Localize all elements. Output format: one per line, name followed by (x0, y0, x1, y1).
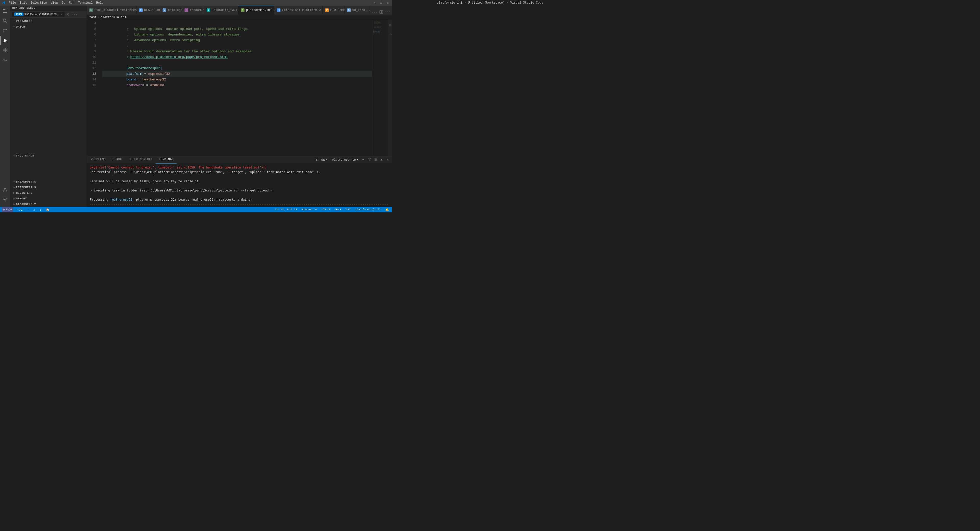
code-content[interactable]: ; Upload options: custom upload port, sp… (98, 20, 372, 156)
tab-icon-extension-pio: ⬡ (277, 8, 280, 12)
status-encoding[interactable]: UTF-8 (321, 207, 331, 212)
terminal-selector-label: 3: Task - PlatformIO: Up (315, 158, 356, 161)
terminal-kill-button[interactable]: 🗑 (372, 157, 378, 163)
tab-terminal[interactable]: TERMINAL (156, 156, 177, 164)
tab-icon-holocubic: I (207, 8, 210, 12)
terminal-exit-text: The terminal process "C:\Users\WM\.platf… (90, 170, 320, 174)
tab-problems[interactable]: PROBLEMS (88, 156, 109, 164)
val-board: featheresp32 (142, 78, 166, 81)
debug-more-button[interactable]: ··· (72, 12, 77, 17)
tab-extension-pio[interactable]: ⬡ Extension: PlatformIO IDE (274, 6, 323, 14)
breadcrumb-file[interactable]: platformio.ini (100, 16, 126, 19)
terminal-selector-chevron: ▾ (356, 158, 358, 161)
config-dropdown-icon[interactable]: ▾ (61, 13, 62, 16)
more-right-button[interactable]: ··· (388, 30, 392, 38)
status-sync[interactable]: ↑ (26, 207, 30, 212)
debug-settings-button[interactable]: ⚙ (65, 12, 71, 17)
menu-go[interactable]: Go (60, 1, 67, 5)
pio-home-status: 🏠 (46, 208, 49, 211)
breadcrumb-tast[interactable]: tast (89, 16, 97, 19)
run-debug-button[interactable]: RUN PIO Debug (210131-080841-feathe ▾ (12, 12, 65, 17)
status-bar-left: ⊗ 0 △ 0 ✓ ✗1 ↑ ⚠ ↻ 🏠 (2, 207, 51, 212)
tab-icon-random-h: H (185, 8, 188, 12)
activity-source-control[interactable] (0, 26, 10, 35)
status-errors-warnings[interactable]: ⊗ 0 △ 0 (2, 207, 13, 212)
code-link-9[interactable]: https://docs.platformio.org/page/project… (130, 55, 228, 59)
menu-view[interactable]: View (49, 1, 59, 5)
tab-output[interactable]: OUTPUT (109, 156, 126, 164)
tab-main-cpp[interactable]: C main.cpp (160, 6, 182, 14)
memory-section-header[interactable]: ▷ MEMORY (10, 196, 86, 201)
terminal-prompt-text: > Executing task in folder tast: C:\User… (90, 189, 272, 192)
comment-9-prefix: ; (126, 55, 130, 59)
menu-terminal[interactable]: Terminal (76, 1, 94, 5)
activity-run-debug[interactable] (0, 36, 10, 45)
tab-debug-console[interactable]: DEBUG CONSOLE (126, 156, 156, 164)
sidebar-header: RUN AND DEBUG (10, 6, 86, 11)
terminal-line-2: The terminal process "C:\Users\WM\.platf… (90, 170, 389, 174)
status-language[interactable]: INI (345, 207, 352, 212)
menu-edit[interactable]: Edit (18, 1, 29, 5)
tab-pio-home[interactable]: P PIO Home (323, 6, 345, 14)
svg-rect-18 (368, 158, 369, 161)
activity-extensions[interactable] (0, 45, 10, 55)
tab-readme[interactable]: M README.md (137, 6, 160, 14)
variables-section-header[interactable]: ▾ VARIABLES (10, 18, 86, 24)
svg-line-1 (6, 21, 7, 23)
breakpoints-section-header[interactable]: ▾ BREAKPOINTS (10, 179, 86, 184)
code-editor[interactable]: 4 5 6 7 8 9 10 11 12 13 14 15 ; Upload o… (87, 20, 392, 156)
status-line-ending[interactable]: CRLF (334, 207, 342, 212)
tab-holocubic[interactable]: I HoloCubic_fw.ino (204, 6, 239, 14)
call-stack-section-header[interactable]: ▾ CALL STACK (10, 153, 86, 158)
status-refresh[interactable]: ↻ (39, 207, 43, 212)
terminal-content[interactable]: oxyError('Cannot connect to proxy.', tim… (87, 164, 392, 207)
terminal-maximize-button[interactable]: ▲ (379, 157, 384, 163)
menu-file[interactable]: File (7, 1, 18, 5)
terminal-add-button[interactable]: + (360, 157, 366, 163)
registers-chevron: ▷ (13, 191, 15, 195)
menu-bar[interactable]: File Edit Selection View Go Run Terminal… (7, 1, 105, 5)
svg-point-15 (5, 199, 6, 200)
tab-label-extension-pio: Extension: PlatformIO IDE (282, 8, 328, 12)
terminal-selector[interactable]: 3: Task - PlatformIO: Up ▾ (314, 158, 360, 162)
title-bar-left: File Edit Selection View Go Run Terminal… (2, 1, 105, 5)
tab-platformio-ini[interactable]: I platformio.ini ✕ (239, 6, 274, 14)
tab-overflow-button[interactable]: ··· (370, 11, 379, 14)
tab-sdcard[interactable]: C sd_card... (345, 6, 369, 14)
watch-section-header[interactable]: ▾ WATCH (10, 24, 86, 29)
terminal-processing-details: (platform: espressif32; board: featheres… (132, 198, 252, 201)
close-button[interactable]: ✕ (385, 0, 390, 5)
menu-help[interactable]: Help (95, 1, 105, 5)
menu-selection[interactable]: Selection (29, 1, 49, 5)
layout-toggle-button[interactable]: ⊞ (388, 21, 392, 29)
call-stack-label: CALL STACK (16, 154, 35, 157)
peripherals-section-header[interactable]: ▷ PERIPHERALS (10, 184, 86, 190)
status-bar-right: Ln 13, Col 21 Spaces: 4 UTF-8 CRLF INI p… (274, 207, 390, 212)
status-git-branch[interactable]: ✓ ✗1 (16, 207, 24, 212)
status-platformio-extension[interactable]: platformio(ini) (355, 207, 382, 212)
menu-run[interactable]: Run (67, 1, 76, 5)
split-editor-button[interactable] (379, 10, 384, 14)
disassembly-section-header[interactable]: ▷ DISASSEMBLY (10, 201, 86, 207)
activity-account[interactable] (0, 185, 10, 195)
svg-rect-11 (3, 50, 5, 52)
tab-210131[interactable]: ⬡ 210131-080841-featheresp32 (87, 6, 137, 14)
activity-search[interactable] (0, 16, 10, 26)
status-notifications[interactable]: 🔔 (384, 207, 390, 212)
terminal-close-button[interactable]: ✕ (385, 157, 390, 163)
activity-explorer[interactable] (0, 6, 10, 16)
terminal-split-button[interactable] (366, 157, 372, 163)
maximize-button[interactable]: □ (379, 0, 383, 5)
status-pio-icon[interactable]: 🏠 (45, 207, 51, 212)
tab-random-h[interactable]: H random.h (182, 6, 204, 14)
status-alert[interactable]: ⚠ (32, 207, 36, 212)
registers-section-header[interactable]: ▷ REGISTERS (10, 190, 86, 196)
tab-icon-210131: ⬡ (89, 8, 93, 12)
minimize-button[interactable]: ─ (372, 0, 377, 5)
svg-point-0 (3, 19, 6, 22)
more-editor-button[interactable]: ··· (385, 10, 390, 14)
activity-settings[interactable] (0, 195, 10, 204)
activity-platformio[interactable]: 🐜 (0, 55, 10, 64)
status-cursor-pos[interactable]: Ln 13, Col 21 (274, 207, 298, 212)
status-spaces[interactable]: Spaces: 4 (301, 207, 318, 212)
